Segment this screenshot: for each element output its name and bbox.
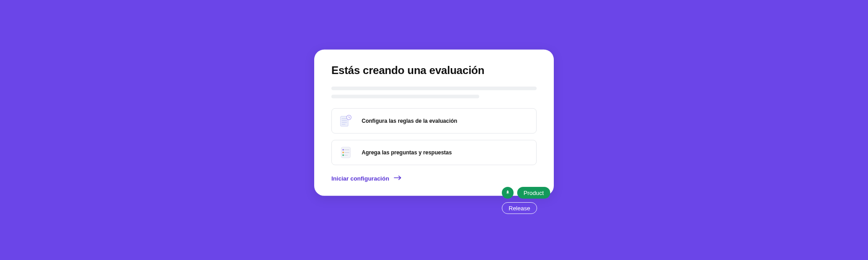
questions-list-icon — [338, 145, 354, 160]
skeleton-line — [331, 95, 479, 98]
release-badge[interactable]: Release — [502, 202, 537, 214]
badge-group: Product Release — [502, 187, 550, 214]
step-label: Agrega las preguntas y respuestas — [362, 149, 452, 156]
step-add-questions[interactable]: Agrega las preguntas y respuestas — [331, 140, 537, 165]
rocket-icon — [502, 187, 514, 199]
svg-point-11 — [342, 152, 344, 153]
step-label: Configura las reglas de la evaluación — [362, 118, 457, 124]
badge-row: Product — [502, 187, 550, 199]
description-placeholder — [331, 87, 537, 98]
start-link-label: Iniciar configuración — [331, 175, 389, 182]
card-title: Estás creando una evaluación — [331, 64, 537, 77]
start-configuration-link[interactable]: Iniciar configuración — [331, 175, 402, 182]
step-configure-rules[interactable]: Configura las reglas de la evaluación — [331, 108, 537, 134]
svg-point-9 — [342, 149, 344, 150]
create-evaluation-card: Estás creando una evaluación Configura l… — [314, 50, 554, 196]
arrow-right-icon — [394, 175, 402, 182]
svg-point-16 — [507, 191, 508, 192]
product-badge[interactable]: Product — [517, 187, 550, 199]
skeleton-line — [331, 87, 537, 90]
rules-document-icon — [338, 113, 354, 129]
svg-point-13 — [342, 154, 344, 156]
